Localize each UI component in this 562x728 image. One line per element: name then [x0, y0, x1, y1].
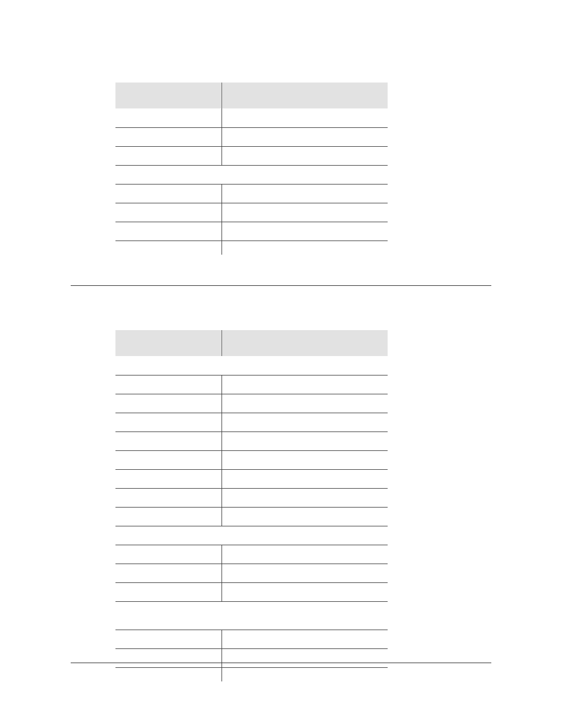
footer-divider: [71, 663, 491, 663]
table-group-row: [115, 356, 388, 375]
header-cell-right: [222, 330, 388, 356]
spec-table-1: [115, 83, 388, 255]
cell-value: [222, 431, 388, 450]
cell-label: [115, 413, 222, 431]
cell-value: [222, 488, 388, 507]
table-row: [115, 488, 388, 507]
cell-label: [115, 564, 222, 582]
table-row: [115, 431, 388, 450]
cell-label: [115, 394, 222, 413]
cell-label: [115, 648, 222, 667]
cell-empty: [222, 667, 388, 681]
cell-label: [115, 431, 222, 450]
cell-value: [222, 507, 388, 526]
table-row: [115, 108, 388, 127]
table-row: [115, 203, 388, 222]
cell-label: [115, 582, 222, 601]
table-row: [115, 630, 388, 648]
section-divider: [71, 285, 491, 286]
cell-value: [222, 450, 388, 469]
cell-label: [115, 184, 222, 203]
group-label: [115, 526, 388, 545]
cell-value: [222, 394, 388, 413]
cell-label: [115, 630, 222, 648]
cell-value: [222, 648, 388, 667]
cell-value: [222, 127, 388, 146]
cell-value: [222, 184, 388, 203]
group-label: [115, 356, 388, 375]
spec-table-2: [115, 330, 388, 681]
table-row: [115, 146, 388, 165]
cell-value: [222, 222, 388, 241]
cell-value: [222, 108, 388, 127]
header-cell-left: [115, 83, 222, 108]
table-row: [115, 545, 388, 564]
cell-label: [115, 203, 222, 222]
cell-value: [222, 630, 388, 648]
table-section-2: [115, 330, 388, 681]
table-row: [115, 127, 388, 146]
cell-value: [222, 146, 388, 165]
cell-empty: [115, 241, 222, 255]
table-row: [115, 184, 388, 203]
header-cell-left: [115, 330, 222, 356]
table-row: [115, 582, 388, 601]
table-row: [115, 222, 388, 241]
table-row: [115, 375, 388, 394]
group-label: [115, 165, 388, 184]
cell-value: [222, 545, 388, 564]
table-group-row: [115, 165, 388, 184]
table-group-row: [115, 526, 388, 545]
table-header-row: [115, 330, 388, 356]
cell-value: [222, 413, 388, 431]
cell-value: [222, 564, 388, 582]
table-trailing-row: [115, 667, 388, 681]
cell-label: [115, 127, 222, 146]
cell-label: [115, 146, 222, 165]
table-trailing-row: [115, 241, 388, 255]
table-row: [115, 413, 388, 431]
cell-label: [115, 488, 222, 507]
cell-label: [115, 507, 222, 526]
cell-label: [115, 375, 222, 394]
table-row: [115, 450, 388, 469]
cell-value: [222, 203, 388, 222]
cell-label: [115, 222, 222, 241]
cell-empty: [222, 241, 388, 255]
table-header-row: [115, 83, 388, 108]
table-group-row: [115, 601, 388, 630]
table-row: [115, 469, 388, 488]
cell-empty: [115, 667, 222, 681]
table-row: [115, 648, 388, 667]
cell-label: [115, 545, 222, 564]
cell-label: [115, 108, 222, 127]
cell-value: [222, 582, 388, 601]
cell-value: [222, 469, 388, 488]
header-cell-right: [222, 83, 388, 108]
cell-value: [222, 375, 388, 394]
table-row: [115, 507, 388, 526]
table-row: [115, 394, 388, 413]
cell-label: [115, 469, 222, 488]
group-label: [115, 601, 388, 630]
table-section-1: [115, 83, 388, 255]
table-row: [115, 564, 388, 582]
cell-label: [115, 450, 222, 469]
